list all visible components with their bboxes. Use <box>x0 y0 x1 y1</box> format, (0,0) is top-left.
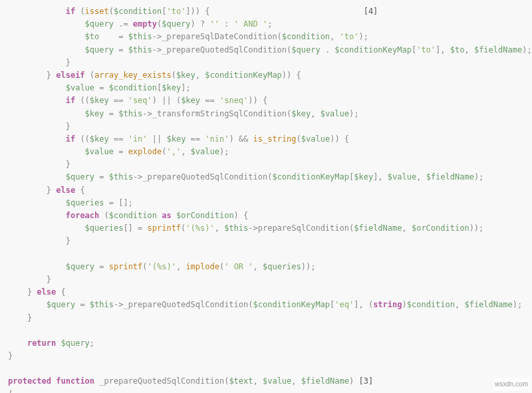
var: $key <box>291 109 311 118</box>
str: 'to' <box>340 32 359 41</box>
str: 'to' <box>166 7 186 16</box>
var: $query <box>162 19 190 29</box>
var: $orCondition <box>176 211 234 220</box>
keyword-protected: protected <box>8 376 51 386</box>
var: $queries <box>66 198 104 207</box>
var: $condition <box>109 83 157 92</box>
var: $queries <box>263 262 301 271</box>
var: $conditionKeyMap <box>272 172 349 182</box>
var: $key <box>354 172 373 182</box>
keyword-else: else <box>56 186 75 195</box>
str: 'in' <box>128 134 148 144</box>
method: prepareSqlCondition <box>258 223 349 233</box>
method: _prepareQuotedSqlCondition <box>123 300 248 309</box>
var: $value <box>301 134 330 144</box>
var: $value <box>388 172 416 182</box>
method: _prepareQuotedSqlCondition <box>162 45 287 55</box>
str: '' <box>209 19 219 29</box>
annotation: [4] <box>364 7 378 16</box>
var: $query <box>66 262 94 271</box>
keyword-foreach: foreach <box>66 211 100 220</box>
var: $query <box>85 45 114 55</box>
str: 'nin' <box>205 134 229 144</box>
var: $condition <box>109 211 157 220</box>
str: 'eq' <box>334 300 354 309</box>
var: $condition <box>407 300 455 309</box>
var: $this <box>109 172 133 182</box>
var: $fieldName <box>464 300 512 309</box>
str: '(%s)' <box>186 223 214 233</box>
var: $condition <box>114 7 162 16</box>
keyword-elseif: elseif <box>56 70 84 80</box>
fn: sprintf <box>148 223 182 233</box>
var: $query <box>85 19 114 29</box>
str: 'seq' <box>128 96 152 105</box>
cast: string <box>373 300 402 309</box>
var: $fieldName <box>426 172 474 182</box>
fn: array_key_exists <box>94 70 172 80</box>
code-block: if (isset($condition['to'])) { [4] $quer… <box>0 0 532 393</box>
var: $fieldName <box>301 376 349 386</box>
keyword-else: else <box>37 287 56 297</box>
keyword-if: if <box>66 96 75 105</box>
str: 'to' <box>416 45 436 55</box>
watermark: wsxdn.com <box>493 378 529 390</box>
var: $key <box>166 134 186 144</box>
str: 'sneq' <box>219 96 248 105</box>
var: $key <box>90 134 109 144</box>
str: ' OR ' <box>224 262 253 271</box>
keyword-as: as <box>162 211 171 220</box>
var: $fieldName <box>474 45 522 55</box>
var: $value <box>66 83 94 92</box>
var: $key <box>85 109 104 118</box>
var: $to <box>85 32 100 41</box>
var: $this <box>128 32 152 41</box>
var: $value <box>263 376 291 386</box>
var: $key <box>162 83 181 92</box>
fn-isset: isset <box>85 7 109 16</box>
fn: implode <box>186 262 219 271</box>
var: $value <box>321 109 349 118</box>
method: _prepareQuotedSqlCondition <box>142 172 267 182</box>
annotation: [3] <box>358 376 373 386</box>
var: $text <box>229 376 253 386</box>
var: $queries <box>85 223 124 233</box>
var: $value <box>191 147 219 156</box>
var: $key <box>181 96 200 105</box>
fn-name: _prepareQuotedSqlCondition <box>99 376 224 386</box>
keyword-function: function <box>56 376 94 386</box>
var: $value <box>85 147 114 156</box>
keyword-return: return <box>27 338 56 348</box>
fn: sprintf <box>109 262 143 271</box>
var: $this <box>118 109 142 118</box>
var: $this <box>128 45 152 55</box>
str: '(%s)' <box>148 262 176 271</box>
var: $query <box>47 300 75 309</box>
var: $key <box>90 96 109 105</box>
var: $fieldName <box>354 223 402 233</box>
str: ' AND ' <box>234 19 268 29</box>
keyword-if: if <box>66 134 75 144</box>
method: _transformStringSqlCondition <box>152 109 287 118</box>
var: $condition <box>282 32 330 41</box>
str: ',' <box>166 147 181 156</box>
var: $query <box>66 172 94 182</box>
var: $conditionKeyMap <box>205 70 282 80</box>
var: $query <box>291 45 320 55</box>
var: $conditionKeyMap <box>334 45 412 55</box>
var: $to <box>450 45 465 55</box>
var: $this <box>90 300 114 309</box>
var: $this <box>224 223 248 233</box>
var: $key <box>176 70 196 80</box>
keyword-if: if <box>66 7 75 16</box>
fn-empty: empty <box>133 19 157 29</box>
fn: explode <box>128 147 162 156</box>
method: _prepareSqlDateCondition <box>162 32 277 41</box>
var: $query <box>61 338 90 348</box>
var: $orCondition <box>412 223 469 233</box>
fn: is_string <box>253 134 297 144</box>
var: $conditionKeyMap <box>253 300 331 309</box>
